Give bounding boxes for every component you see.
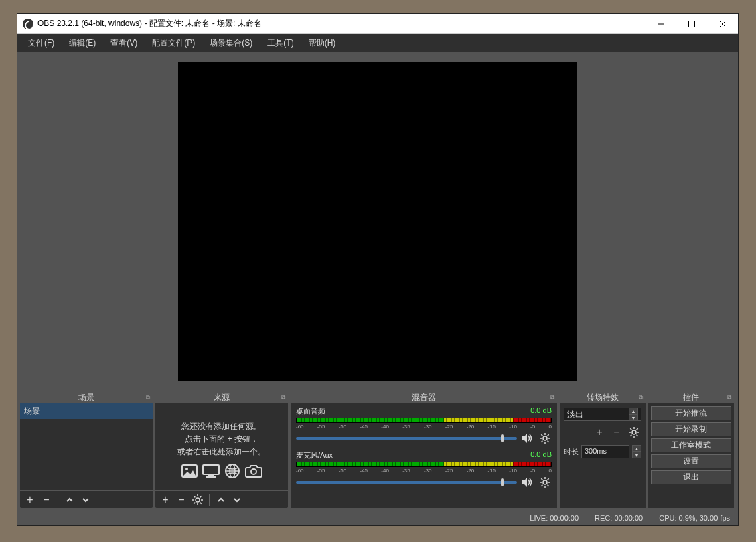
scenes-undock-icon[interactable]: ⧉ xyxy=(146,394,150,401)
duration-up-button[interactable]: ▲ xyxy=(632,445,641,452)
scenes-panel: 场景⧉ 场景 + − xyxy=(20,391,153,508)
svg-point-13 xyxy=(196,498,200,502)
svg-point-12 xyxy=(251,469,256,474)
svg-point-5 xyxy=(185,468,188,470)
transitions-panel: 转场特效⧉ 淡出 ▲▼ + − 时长 300ms ▲▼ xyxy=(560,391,646,508)
sources-hint-2: 点击下面的 + 按钮， xyxy=(185,434,258,445)
sources-empty[interactable]: 您还没有添加任何源。 点击下面的 + 按钮， 或者右击此处添加一个。 xyxy=(155,403,288,490)
maximize-button[interactable] xyxy=(676,14,707,33)
camera-source-icon xyxy=(244,463,263,479)
scene-down-button[interactable] xyxy=(78,492,93,507)
status-live: LIVE: 00:00:00 xyxy=(530,514,579,522)
svg-line-36 xyxy=(541,478,542,480)
menu-edit[interactable]: 编辑(E) xyxy=(62,35,102,51)
add-transition-button[interactable]: + xyxy=(592,425,607,440)
mixer-channel-db: 0.0 dB xyxy=(530,406,552,416)
studio-mode-button[interactable]: 工作室模式 xyxy=(651,438,731,452)
svg-line-21 xyxy=(200,496,202,497)
transition-properties-button[interactable] xyxy=(627,425,641,440)
mixer-panel: 混音器⧉ 桌面音频0.0 dB-60-55-50-45-40-35-30-25-… xyxy=(291,391,557,508)
source-down-button[interactable] xyxy=(230,492,244,507)
volume-meter xyxy=(296,462,552,467)
duration-input[interactable]: 300ms xyxy=(581,445,629,458)
controls-undock-icon[interactable]: ⧉ xyxy=(727,394,731,401)
svg-line-19 xyxy=(200,502,202,503)
titlebar: OBS 23.2.1 (64-bit, windows) - 配置文件: 未命名… xyxy=(17,14,738,34)
sources-hint-1: 您还没有添加任何源。 xyxy=(181,421,262,432)
svg-line-47 xyxy=(630,435,631,436)
close-button[interactable] xyxy=(707,14,738,33)
menu-help[interactable]: 帮助(H) xyxy=(302,35,343,51)
obs-icon xyxy=(23,19,33,29)
scene-up-button[interactable] xyxy=(62,492,77,507)
sources-title: 来源 xyxy=(214,392,230,403)
start-recording-button[interactable]: 开始录制 xyxy=(651,422,731,436)
svg-point-40 xyxy=(632,430,636,434)
sources-hint-3: 或者右击此处添加一个。 xyxy=(177,446,266,458)
duration-label: 时长 xyxy=(564,447,579,457)
svg-rect-8 xyxy=(206,476,216,478)
volume-slider[interactable] xyxy=(296,481,517,484)
mute-button[interactable] xyxy=(521,476,534,489)
mixer-channel-name: 麦克风/Aux xyxy=(296,450,333,460)
menu-view[interactable]: 查看(V) xyxy=(104,35,144,51)
chevron-down-icon: ▼ xyxy=(629,414,638,421)
preview-canvas[interactable] xyxy=(178,62,577,381)
svg-line-28 xyxy=(548,441,549,442)
remove-scene-button[interactable]: − xyxy=(39,492,54,507)
volume-meter xyxy=(296,418,552,423)
source-properties-button[interactable] xyxy=(190,492,205,507)
remove-source-button[interactable]: − xyxy=(174,492,189,507)
scenes-title: 场景 xyxy=(78,392,94,403)
svg-line-20 xyxy=(194,502,195,503)
transitions-undock-icon[interactable]: ⧉ xyxy=(639,394,643,401)
svg-rect-7 xyxy=(208,475,214,476)
svg-rect-6 xyxy=(203,465,219,474)
add-source-button[interactable]: + xyxy=(158,492,173,507)
menu-file[interactable]: 文件(F) xyxy=(21,35,61,51)
svg-line-48 xyxy=(637,428,638,430)
svg-line-27 xyxy=(541,434,542,436)
chevron-up-icon: ▲ xyxy=(629,408,638,414)
controls-panel: 控件⧉ 开始推流 开始录制 工作室模式 设置 退出 xyxy=(648,391,734,508)
sources-undock-icon[interactable]: ⧉ xyxy=(281,394,285,401)
svg-line-45 xyxy=(630,428,631,430)
sources-panel: 来源⧉ 您还没有添加任何源。 点击下面的 + 按钮， 或者右击此处添加一个。 +… xyxy=(155,391,288,508)
svg-line-18 xyxy=(194,496,195,497)
browser-source-icon xyxy=(223,463,242,479)
menubar: 文件(F) 编辑(E) 查看(V) 配置文件(P) 场景集合(S) 工具(T) … xyxy=(17,34,738,52)
status-rec: REC: 00:00:00 xyxy=(595,514,643,522)
volume-slider[interactable] xyxy=(296,437,517,440)
minimize-button[interactable] xyxy=(646,14,676,33)
add-scene-button[interactable]: + xyxy=(23,492,37,507)
start-streaming-button[interactable]: 开始推流 xyxy=(651,406,731,420)
mixer-channel-name: 桌面音频 xyxy=(296,406,325,416)
svg-rect-1 xyxy=(689,21,695,27)
svg-line-37 xyxy=(548,485,549,486)
transition-select[interactable]: 淡出 ▲▼ xyxy=(564,408,641,421)
source-up-button[interactable] xyxy=(214,492,228,507)
statusbar: LIVE: 00:00:00 REC: 00:00:00 CPU: 0.9%, … xyxy=(17,511,738,525)
preview-area xyxy=(17,52,738,391)
svg-line-30 xyxy=(548,434,549,436)
mixer-settings-button[interactable] xyxy=(538,476,552,489)
menu-profile[interactable]: 配置文件(P) xyxy=(145,35,202,51)
mixer-undock-icon[interactable]: ⧉ xyxy=(550,394,554,401)
mute-button[interactable] xyxy=(521,432,534,445)
scene-item[interactable]: 场景 xyxy=(20,403,153,419)
svg-line-46 xyxy=(637,435,638,436)
svg-point-22 xyxy=(543,436,547,440)
menu-scene-collection[interactable]: 场景集合(S) xyxy=(203,35,259,51)
obs-window: OBS 23.2.1 (64-bit, windows) - 配置文件: 未命名… xyxy=(17,13,739,526)
mixer-settings-button[interactable] xyxy=(538,432,552,445)
remove-transition-button[interactable]: − xyxy=(609,425,624,440)
menu-tools[interactable]: 工具(T) xyxy=(260,35,300,51)
window-title: OBS 23.2.1 (64-bit, windows) - 配置文件: 未命名… xyxy=(37,18,646,29)
exit-button[interactable]: 退出 xyxy=(651,470,731,484)
settings-button[interactable]: 设置 xyxy=(651,454,731,468)
controls-title: 控件 xyxy=(683,392,699,403)
mixer-channel: 桌面音频0.0 dB-60-55-50-45-40-35-30-25-20-15… xyxy=(296,406,552,445)
duration-down-button[interactable]: ▼ xyxy=(632,452,641,458)
svg-line-39 xyxy=(548,478,549,480)
mixer-title: 混音器 xyxy=(412,392,436,403)
